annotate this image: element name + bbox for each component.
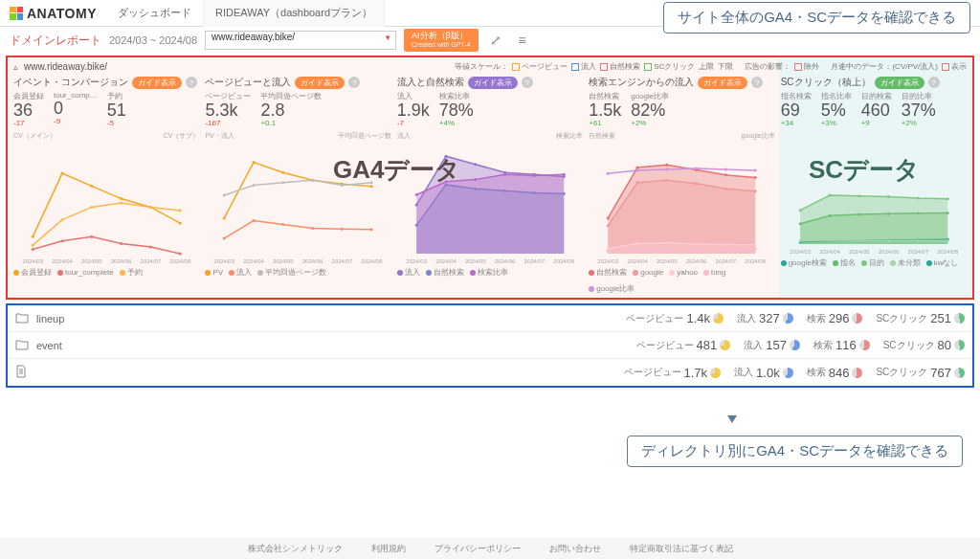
svg-point-61 (444, 180, 447, 183)
svg-text:2024/05: 2024/05 (273, 258, 294, 264)
ai-analysis-button[interactable]: AI分析（β版）Created with GPT-4 (404, 29, 478, 51)
help-icon[interactable]: ? (928, 77, 940, 88)
svg-point-79 (636, 181, 639, 184)
directory-row[interactable]: lineup ページビュー1.4k 流入327 検索296 SCクリック251 (8, 305, 972, 332)
chart-svg: 2024/032024/042024/052024/062024/072024/… (589, 141, 774, 265)
footer-link[interactable]: 特定商取引法に基づく表記 (630, 543, 733, 555)
svg-point-49 (444, 155, 447, 158)
callout-site-data: サイト全体のGA4・SCデータを確認できる (663, 2, 970, 34)
svg-point-97 (636, 169, 639, 172)
footer-link[interactable]: プライバシーポリシー (434, 543, 521, 555)
panel-header: ▵ www.rideaway.bike/ 等値スケール： ページビュー 流入 自… (13, 61, 967, 72)
svg-text:2024/06: 2024/06 (878, 249, 899, 255)
svg-point-24 (223, 216, 226, 219)
brand-logo[interactable]: ANATOMY (0, 6, 106, 21)
footer-link[interactable]: 利用規約 (371, 543, 406, 555)
svg-point-90 (607, 250, 610, 253)
svg-point-29 (370, 185, 373, 188)
svg-text:2024/05: 2024/05 (465, 258, 486, 264)
svg-point-25 (253, 161, 256, 164)
tab-project[interactable]: RIDEAWAY（dashboardプラン） (204, 0, 385, 27)
callout-directory-data: ディレクトリ別にGA4・SCデータを確認できる (627, 436, 963, 467)
svg-point-128 (858, 239, 860, 242)
svg-point-62 (474, 178, 477, 181)
directory-row[interactable]: event ページビュー481 流入157 検索116 SCクリック80 (8, 332, 972, 359)
callout-arrow-icon (727, 415, 737, 423)
svg-point-92 (666, 248, 669, 251)
svg-text:2024/03: 2024/03 (22, 258, 43, 264)
guide-button[interactable]: ガイド表示 (132, 77, 182, 89)
svg-point-0 (32, 235, 34, 238)
svg-point-121 (828, 194, 831, 197)
svg-text:2024/06: 2024/06 (302, 258, 323, 264)
svg-point-72 (607, 216, 610, 219)
guide-button[interactable]: ガイド表示 (468, 77, 518, 89)
svg-point-38 (282, 181, 285, 184)
svg-point-95 (754, 247, 757, 250)
brand-text: ANATOMY (27, 6, 97, 21)
help-icon[interactable]: ? (186, 77, 197, 88)
svg-text:2024/03: 2024/03 (790, 249, 811, 255)
svg-text:2024/08: 2024/08 (553, 258, 574, 264)
svg-point-32 (282, 223, 285, 226)
chart-card: ページビューと流入ガイド表示? ページビュー5.3k-167平均回遊ページ数2.… (205, 76, 390, 294)
svg-point-81 (695, 182, 698, 185)
chart-svg: 2024/032024/042024/052024/062024/072024/… (205, 141, 390, 265)
svg-point-130 (917, 239, 920, 242)
svg-point-65 (563, 173, 566, 176)
svg-point-124 (917, 196, 920, 199)
svg-point-122 (858, 194, 860, 197)
svg-text:2024/04: 2024/04 (627, 258, 648, 264)
svg-text:2024/04: 2024/04 (435, 258, 457, 264)
svg-point-85 (636, 242, 639, 245)
tab-dashboard[interactable]: ダッシュボード (106, 0, 204, 27)
svg-point-64 (533, 174, 536, 177)
guide-button[interactable]: ガイド表示 (295, 77, 345, 89)
chart-svg: 2024/032024/042024/052024/062024/072024/… (13, 141, 199, 265)
svg-point-100 (724, 168, 727, 171)
help-icon[interactable]: ? (522, 77, 533, 88)
help-icon[interactable]: ? (751, 77, 763, 88)
chart-card: 流入と自然検索ガイド表示? 流入1.9k-7検索比率78%+4% 流入検索比率 … (397, 76, 583, 294)
svg-point-12 (32, 244, 34, 247)
svg-text:2024/04: 2024/04 (52, 258, 73, 264)
footer-link[interactable]: お問い合わせ (549, 543, 601, 555)
site-data-panel: ▵ www.rideaway.bike/ 等値スケール： ページビュー 流入 自… (6, 56, 974, 300)
svg-point-125 (946, 197, 948, 200)
directory-row[interactable]: ページビュー1.7k 流入1.0k 検索846 SCクリック767 (8, 359, 972, 386)
charts-row: イベント・コンバージョンガイド表示? 会員登録36-17tour_comp…0-… (13, 76, 967, 294)
guide-button[interactable]: ガイド表示 (698, 77, 747, 89)
svg-point-99 (695, 167, 698, 169)
svg-text:2024/06: 2024/06 (111, 258, 132, 264)
svg-point-126 (798, 239, 801, 242)
svg-point-93 (695, 248, 698, 251)
svg-text:2024/04: 2024/04 (819, 249, 840, 255)
svg-point-26 (282, 171, 285, 174)
svg-text:2024/03: 2024/03 (406, 258, 427, 264)
directory-panel: lineup ページビュー1.4k 流入327 検索296 SCクリック251 … (6, 303, 974, 388)
svg-text:2024/08: 2024/08 (937, 249, 958, 255)
url-select[interactable]: www.rideaway.bike/ (205, 31, 396, 50)
svg-text:2024/07: 2024/07 (332, 258, 353, 264)
expand-toggle-icon[interactable]: ▵ (13, 62, 18, 72)
svg-point-63 (503, 173, 506, 176)
svg-text:2024/06: 2024/06 (686, 258, 707, 264)
svg-point-5 (179, 222, 182, 225)
guide-button[interactable]: ガイド表示 (875, 77, 924, 89)
svg-point-1 (61, 172, 64, 175)
menu-icon[interactable]: ≡ (513, 31, 532, 50)
svg-point-8 (90, 235, 93, 238)
svg-point-40 (341, 184, 344, 187)
svg-text:2024/05: 2024/05 (657, 258, 678, 264)
svg-point-89 (754, 243, 757, 246)
footer-link[interactable]: 株式会社シンメトリック (248, 543, 343, 555)
expand-icon[interactable]: ⤢ (486, 31, 505, 50)
date-range[interactable]: 2024/03 ~ 2024/08 (109, 34, 197, 46)
svg-point-91 (636, 247, 639, 250)
svg-point-131 (946, 239, 948, 242)
help-icon[interactable]: ? (348, 77, 360, 88)
svg-point-77 (754, 176, 757, 179)
chart-card: イベント・コンバージョンガイド表示? 会員登録36-17tour_comp…0-… (13, 76, 199, 294)
svg-point-17 (179, 209, 182, 212)
svg-text:2024/08: 2024/08 (362, 258, 383, 264)
